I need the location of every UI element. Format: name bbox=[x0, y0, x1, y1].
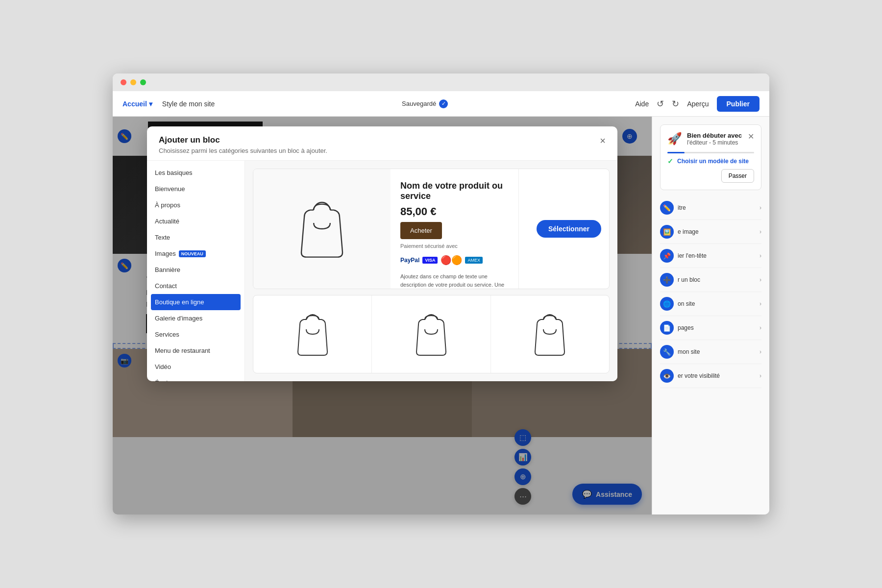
product-price: 85,00 € bbox=[400, 205, 509, 218]
panel-item-visibilite[interactable]: 👁️ er votre visibilité › bbox=[660, 364, 761, 388]
modal-close-button[interactable]: × bbox=[600, 135, 606, 147]
panel-item-entete[interactable]: 📌 ier l'en-tête › bbox=[660, 244, 761, 268]
progress-bar-track bbox=[667, 152, 754, 153]
modal: Ajouter un bloc Choisissez parmi les cat… bbox=[147, 126, 617, 381]
redo-button[interactable]: ↻ bbox=[672, 98, 679, 109]
modal-category-0[interactable]: Les basiques bbox=[147, 165, 245, 181]
modal-header: Ajouter un bloc Choisissez parmi les cat… bbox=[147, 126, 617, 161]
modal-category-3[interactable]: Actualité bbox=[147, 213, 245, 229]
panel-item-site-icon: 🌐 bbox=[660, 297, 674, 311]
modal-body: Les basiquesBienvenueÀ proposActualitéTe… bbox=[147, 161, 617, 381]
modal-category-1[interactable]: Bienvenue bbox=[147, 181, 245, 197]
site-canvas: ✏️ SACS EN STOCK SACS ARTISANAUX FRANÇAI… bbox=[113, 117, 652, 514]
panel-item-monsite[interactable]: 🔧 mon site › bbox=[660, 340, 761, 364]
modal-category-7[interactable]: Contact bbox=[147, 278, 245, 294]
modal-category-10[interactable]: Services bbox=[147, 326, 245, 343]
modal-sidebar: Les basiquesBienvenueÀ proposActualitéTe… bbox=[147, 161, 245, 381]
top-nav: Accueil ▾ Style de mon site Sauvegardé ✓… bbox=[113, 91, 769, 117]
amex-icon: AMEX bbox=[465, 257, 483, 264]
publier-button[interactable]: Publier bbox=[717, 96, 760, 112]
panel-item-image-icon: 🖼️ bbox=[660, 225, 674, 239]
panel-item-bloc-icon: ➕ bbox=[660, 273, 674, 287]
modal-category-8[interactable]: Boutique en ligne bbox=[151, 294, 241, 310]
panel-item-site[interactable]: 🌐 on site › bbox=[660, 292, 761, 316]
mastercard-icon: 🔴🟠 bbox=[441, 255, 462, 266]
modal-category-11[interactable]: Menu de restaurant bbox=[147, 343, 245, 359]
paypal-icon: PayPal bbox=[400, 257, 419, 264]
panel-item-monsite-icon: 🔧 bbox=[660, 345, 674, 359]
modal-category-5[interactable]: ImagesNOUVEAU bbox=[147, 245, 245, 262]
modal-category-12[interactable]: Vidéo bbox=[147, 359, 245, 375]
product-thumb-1 bbox=[253, 295, 372, 373]
nav-accueil[interactable]: Accueil ▾ bbox=[122, 100, 152, 108]
panel-item-entete-icon: 📌 bbox=[660, 249, 674, 263]
modal-title: Ajouter un bloc bbox=[159, 135, 327, 145]
modal-category-9[interactable]: Galerie d'images bbox=[147, 310, 245, 326]
panel-item-image[interactable]: 🖼️ e image › bbox=[660, 220, 761, 244]
panel-item-pages-icon: 📄 bbox=[660, 321, 674, 335]
panel-item-titre[interactable]: ✏️ itre › bbox=[660, 196, 761, 220]
progress-bar-fill bbox=[667, 152, 685, 153]
product-block-image bbox=[253, 169, 391, 289]
product-name: Nom de votre produit ou service bbox=[400, 181, 509, 201]
payment-icons: PayPal VISA 🔴🟠 AMEX bbox=[400, 255, 509, 266]
visa-icon: VISA bbox=[422, 257, 438, 264]
modal-overlay: Ajouter un bloc Choisissez parmi les cat… bbox=[113, 117, 652, 514]
panel-item-titre-icon: ✏️ bbox=[660, 201, 674, 215]
right-panel: 🚀 Bien débuter avec l'éditeur - 5 minute… bbox=[652, 117, 769, 514]
panel-section: ✏️ itre › 🖼️ e image › 📌 ier l'en-tête › bbox=[660, 196, 761, 388]
nav-style[interactable]: Style de mon site bbox=[162, 100, 215, 108]
rocket-card: 🚀 Bien débuter avec l'éditeur - 5 minute… bbox=[660, 124, 761, 190]
saved-check-icon: ✓ bbox=[439, 99, 448, 108]
fullscreen-dot[interactable] bbox=[140, 79, 146, 85]
product-block-select-area: Sélectionner bbox=[518, 169, 609, 289]
panel-item-bloc[interactable]: ➕ r un bloc › bbox=[660, 268, 761, 292]
saved-badge: Sauvegardé ✓ bbox=[402, 99, 448, 108]
modal-content-area: Nom de votre produit ou service 85,00 € … bbox=[245, 161, 617, 381]
product-description: Ajoutez dans ce champ de texte une descr… bbox=[400, 272, 509, 289]
rocket-subtitle: l'éditeur - 5 minutes bbox=[687, 139, 742, 146]
select-button-1[interactable]: Sélectionner bbox=[537, 220, 601, 238]
panel-item-visibilite-icon: 👁️ bbox=[660, 369, 674, 383]
undo-button[interactable]: ↺ bbox=[657, 98, 664, 109]
passer-button[interactable]: Passer bbox=[721, 169, 754, 183]
rocket-title: Bien débuter avec bbox=[687, 132, 742, 139]
panel-item-pages[interactable]: 📄 pages › bbox=[660, 316, 761, 340]
product-buy-button[interactable]: Acheter bbox=[400, 222, 442, 239]
rocket-close-icon[interactable]: ✕ bbox=[748, 132, 754, 141]
product-block-preview-1: Nom de votre produit ou service 85,00 € … bbox=[253, 169, 610, 289]
modal-subtitle: Choisissez parmi les catégories suivante… bbox=[159, 147, 327, 154]
aide-button[interactable]: Aide bbox=[635, 100, 649, 108]
product-block-preview-2 bbox=[253, 295, 610, 373]
modal-category-13[interactable]: Équipe bbox=[147, 375, 245, 381]
product-thumb-2 bbox=[372, 295, 490, 373]
modal-category-6[interactable]: Bannière bbox=[147, 262, 245, 278]
checklist-item-1: ✓ Choisir un modèle de site bbox=[667, 157, 754, 165]
browser-titlebar bbox=[113, 74, 769, 91]
modal-category-4[interactable]: Texte bbox=[147, 229, 245, 245]
product-thumb-3 bbox=[491, 295, 609, 373]
apercu-button[interactable]: Aperçu bbox=[687, 100, 709, 108]
check-green-icon: ✓ bbox=[667, 157, 673, 165]
modal-category-2[interactable]: À propos bbox=[147, 197, 245, 213]
minimize-dot[interactable] bbox=[130, 79, 136, 85]
rocket-icon: 🚀 bbox=[667, 132, 682, 146]
close-dot[interactable] bbox=[121, 79, 126, 85]
product-block-details: Nom de votre produit ou service 85,00 € … bbox=[391, 169, 518, 289]
product-secure-label: Paiement sécurisé avec bbox=[400, 243, 509, 249]
